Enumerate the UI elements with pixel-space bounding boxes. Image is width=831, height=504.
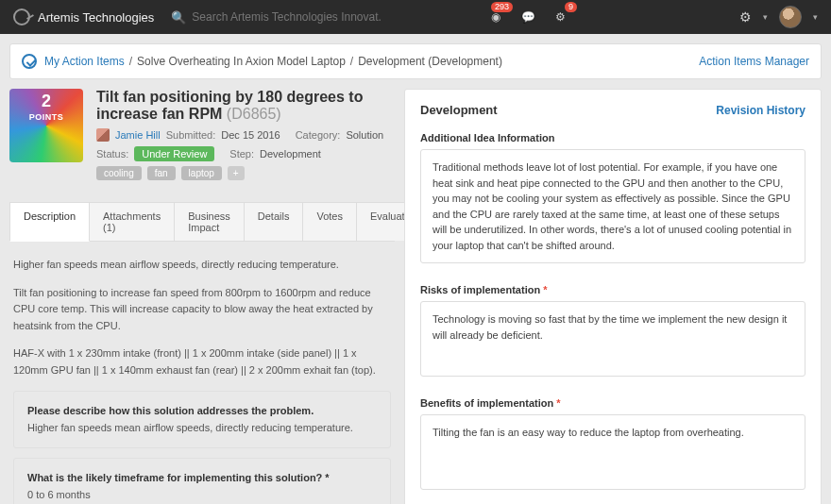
qa-box-1: Please describe how this solution addres… (13, 391, 391, 448)
item-code: (D6865) (227, 106, 281, 122)
tasks-badge: 9 (565, 2, 577, 12)
step-value: Development (260, 148, 321, 160)
right-panel: Development Revision History Additional … (404, 89, 822, 504)
user-caret-icon: ▾ (813, 12, 818, 22)
qa-answer-2: 0 to 6 months (27, 487, 377, 503)
label-benefits: Benefits of implementation * (420, 397, 806, 409)
form-section-additional-info: Additional Idea Information Traditional … (420, 132, 806, 263)
add-tag-button[interactable]: + (228, 166, 245, 180)
status-label: Status: (96, 148, 128, 160)
alerts-badge: 293 (491, 2, 513, 12)
search-icon: 🔍 (171, 10, 186, 25)
form-section-benefits: Benefits of implementation * Tilting the… (420, 397, 806, 490)
search-wrap: 🔍 (171, 10, 381, 25)
panel-title: Development (420, 103, 498, 117)
qa-question-1: Please describe how this solution addres… (27, 403, 377, 419)
item-title-row: Tilt fan positioning by 180 degrees to i… (96, 89, 395, 123)
points-value: 2 (9, 92, 83, 109)
breadcrumb-bar: My Action Items / Solve Overheating In A… (9, 43, 822, 79)
meta-row-2: Status: Under Review Step: Development (96, 146, 395, 161)
tasks-icon[interactable]: ⚙ 9 (551, 8, 569, 26)
label-benefits-text: Benefits of implementation (420, 397, 553, 409)
tab-description[interactable]: Description (9, 202, 90, 242)
description-body: Higher fan speeds mean airflow speeds, d… (9, 242, 395, 504)
left-column: 2 POINTS Tilt fan positioning by 180 deg… (9, 89, 404, 504)
desc-p1: Higher fan speeds mean airflow speeds, d… (13, 257, 391, 274)
breadcrumb-sep: / (129, 55, 132, 68)
textarea-benefits[interactable]: Tilting the fan is an easy way to reduce… (420, 414, 806, 490)
messages-icon[interactable]: 💬 (518, 8, 537, 26)
tag-laptop[interactable]: laptop (181, 166, 222, 180)
notification-icons: ◉ 293 💬 ⚙ 9 (486, 8, 569, 26)
tag-cooling[interactable]: cooling (96, 166, 142, 180)
settings-gear-icon[interactable]: ⚙ (739, 9, 752, 25)
category-value: Solution (346, 129, 383, 141)
checkmark-circle-icon (22, 54, 37, 69)
points-label: POINTS (29, 112, 64, 122)
top-navigation-bar: Artemis Technologies 🔍 ◉ 293 💬 ⚙ 9 ⚙ ▾ ▾ (0, 0, 831, 34)
breadcrumb-root[interactable]: My Action Items (44, 55, 125, 68)
item-info: Tilt fan positioning by 180 degrees to i… (96, 89, 395, 185)
breadcrumb-leaf: Development (Development) (358, 55, 502, 68)
form-section-risks: Risks of implementation * Technology is … (420, 284, 806, 377)
category-label: Category: (296, 129, 341, 141)
status-badge: Under Review (134, 146, 214, 161)
tab-votes[interactable]: Votes (302, 202, 357, 241)
breadcrumb-sep: / (350, 55, 353, 68)
logo-icon (13, 8, 30, 25)
meta-row-1: Jamie Hill Submitted: Dec 15 2016 Catego… (96, 128, 395, 142)
tab-bar: Description Attachments (1) Business Imp… (9, 202, 395, 242)
author-avatar-icon (96, 128, 110, 142)
breadcrumb-mid: Solve Overheating In Axion Model Laptop (137, 55, 346, 68)
user-avatar[interactable] (779, 6, 802, 28)
qa-question-2: What is the likely timeframe for impleme… (27, 470, 377, 486)
main-content: 2 POINTS Tilt fan positioning by 180 deg… (9, 89, 822, 504)
panel-head: Development Revision History (420, 103, 806, 117)
tags-row: cooling fan laptop + (96, 166, 395, 180)
lifesaver-icon: ◉ (491, 10, 500, 24)
required-asterisk-icon: * (543, 284, 547, 295)
step-label: Step: (229, 148, 254, 160)
submitted-label: Submitted: (166, 129, 216, 141)
bell-icon: ⚙ (555, 10, 566, 24)
author-name[interactable]: Jamie Hill (115, 129, 161, 141)
textarea-risks[interactable]: Technology is moving so fast that by the… (420, 301, 806, 377)
action-items-manager-link[interactable]: Action Items Manager (699, 55, 809, 68)
label-additional-info: Additional Idea Information (420, 132, 806, 143)
points-overlay: 2 POINTS (9, 89, 83, 126)
tab-business-impact[interactable]: Business Impact (174, 202, 245, 241)
item-header: 2 POINTS Tilt fan positioning by 180 deg… (9, 89, 395, 185)
desc-p3: HAF-X with 1 x 230mm intake (front) || 1… (13, 345, 391, 378)
qa-box-2: What is the likely timeframe for impleme… (13, 458, 391, 504)
brand-logo[interactable]: Artemis Technologies (13, 8, 154, 25)
qa-answer-1: Higher fan speeds mean airflow speeds, d… (27, 420, 377, 436)
search-input[interactable] (192, 10, 381, 24)
tab-attachments[interactable]: Attachments (1) (89, 202, 175, 241)
required-asterisk-icon: * (556, 397, 560, 409)
submitted-value: Dec 15 2016 (221, 129, 280, 141)
label-risks: Risks of implementation * (420, 284, 806, 295)
label-risks-text: Risks of implementation (420, 284, 540, 295)
item-thumbnail[interactable]: 2 POINTS (9, 89, 83, 162)
textarea-additional-info[interactable]: Traditional methods leave lot of lost po… (420, 149, 806, 263)
tag-fan[interactable]: fan (147, 166, 176, 180)
desc-p2: Tilt fan positioning to increase fan spe… (13, 285, 391, 335)
user-cluster: ⚙ ▾ ▾ (739, 6, 818, 28)
settings-caret-icon: ▾ (763, 12, 768, 22)
tab-details[interactable]: Details (244, 202, 304, 241)
brand-name: Artemis Technologies (38, 10, 154, 25)
chat-icon: 💬 (521, 10, 535, 24)
alerts-icon[interactable]: ◉ 293 (486, 8, 505, 26)
revision-history-link[interactable]: Revision History (716, 104, 806, 117)
